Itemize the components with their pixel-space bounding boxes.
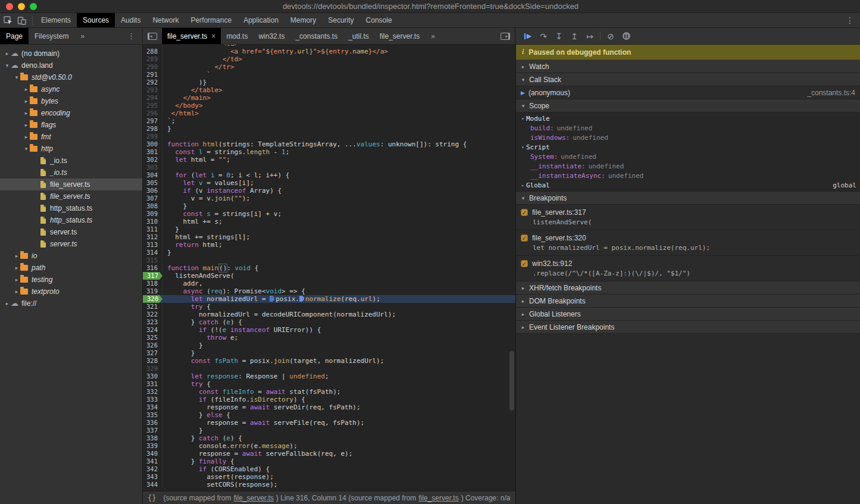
section-watch[interactable]: ▸ Watch <box>516 60 860 73</box>
scope-section-module[interactable]: ▾Module <box>516 114 860 123</box>
line-number-gutter[interactable]: 325 <box>143 334 162 342</box>
line-number-gutter[interactable]: 316 <box>143 264 162 272</box>
disclosure-arrow-icon[interactable]: ▸ <box>13 265 20 271</box>
navigator-more-tabs-icon[interactable]: » <box>74 28 90 44</box>
step-out-icon[interactable]: ↥ <box>567 29 582 44</box>
line-number-gutter[interactable]: 308 <box>143 202 162 210</box>
disclosure-arrow-icon[interactable]: ▸ <box>13 277 20 283</box>
panel-tab-console[interactable]: Console <box>360 13 398 27</box>
code-text[interactable]: } catch (e) { <box>162 318 515 326</box>
deactivate-breakpoints-icon[interactable]: ⊘ <box>603 29 618 44</box>
line-number-gutter[interactable]: 311 <box>143 226 162 233</box>
scope-variable-iswindows[interactable]: isWindows:undefined <box>516 133 860 142</box>
section-breakpoints[interactable]: ▾ Breakpoints <box>516 192 860 205</box>
breakpoint-gutter[interactable]: 320 <box>143 295 162 303</box>
line-number-gutter[interactable]: 330 <box>143 372 162 380</box>
code-text[interactable] <box>162 365 515 372</box>
line-number-gutter[interactable]: 344 <box>143 481 162 489</box>
code-text[interactable]: try { <box>162 303 515 311</box>
line-number-gutter[interactable]: 331 <box>143 380 162 388</box>
file-tab-file-server-ts[interactable]: file_server.ts <box>374 28 425 44</box>
code-text[interactable] <box>162 133 515 140</box>
line-number-gutter[interactable]: 291 <box>143 71 162 79</box>
code-text[interactable]: function html(strings: TemplateStringsAr… <box>162 140 515 148</box>
line-number-gutter[interactable]: 326 <box>143 342 162 349</box>
line-number-gutter[interactable]: 338 <box>143 434 162 442</box>
breakpoint-checkbox[interactable]: ✓ <box>521 209 528 216</box>
tree-item-path[interactable]: ▸path <box>0 262 142 274</box>
line-number-gutter[interactable]: 341 <box>143 458 162 465</box>
call-stack-frame[interactable]: ▶ (anonymous) _constants.ts:4 <box>516 86 860 99</box>
code-text[interactable]: const l = strings.length - 1; <box>162 148 515 156</box>
code-text[interactable]: )} <box>162 79 515 86</box>
line-number-gutter[interactable]: 298 <box>143 125 162 133</box>
line-number-gutter[interactable]: 321 <box>143 303 162 311</box>
line-number-gutter[interactable]: 292 <box>143 79 162 86</box>
tree-item-testing[interactable]: ▸testing <box>0 274 142 286</box>
line-number-gutter[interactable]: 293 <box>143 86 162 94</box>
tree-item-file-server-ts[interactable]: file_server.ts <box>0 190 142 202</box>
code-text[interactable]: if (fileInfo.isDirectory) { <box>162 396 515 403</box>
scope-variable-instantiate[interactable]: __instantiate:undefined <box>516 161 860 171</box>
disclosure-arrow-icon[interactable]: ▸ <box>23 122 30 128</box>
code-text[interactable]: let html = ""; <box>162 156 515 164</box>
code-text[interactable]: if (!(e instanceof URIError)) { <box>162 326 515 334</box>
disclosure-arrow-icon[interactable]: ▾ <box>23 146 30 152</box>
code-text[interactable]: addr, <box>162 280 515 287</box>
tree-item-io-ts[interactable]: _io.ts <box>0 167 142 179</box>
code-text[interactable]: html += strings[l]; <box>162 233 515 241</box>
code-text[interactable]: response = await serveFile(req, fsPath); <box>162 419 515 427</box>
code-text[interactable]: let v = values[i]; <box>162 179 515 187</box>
code-text[interactable]: } finally { <box>162 458 515 465</box>
tree-item-deno-land[interactable]: ▾☁deno.land <box>0 60 142 71</box>
line-number-gutter[interactable]: 289 <box>143 55 162 63</box>
code-text[interactable]: const fileInfo = await stat(fsPath); <box>162 388 515 396</box>
code-text[interactable]: return html; <box>162 241 515 249</box>
code-text[interactable]: async (req): Promise<void> => { <box>162 287 515 295</box>
code-text[interactable]: function main(): void { <box>162 264 515 272</box>
step-icon[interactable]: ↦ <box>582 29 598 44</box>
breakpoint-checkbox[interactable]: ✓ <box>521 234 528 242</box>
scope-variable-system[interactable]: System:undefined <box>516 152 860 161</box>
line-number-gutter[interactable]: 301 <box>143 148 162 156</box>
tree-item-std-v0-50-0[interactable]: ▾std@v0.50.0 <box>0 71 142 83</box>
more-options-icon[interactable]: ⋮ <box>840 13 860 27</box>
code-text[interactable]: `; <box>162 117 515 125</box>
line-number-gutter[interactable]: 314 <box>143 249 162 256</box>
code-text[interactable]: const s = strings[i] + v; <box>162 210 515 218</box>
panel-tab-network[interactable]: Network <box>146 13 184 27</box>
file-tab-mod-ts[interactable]: mod.ts <box>221 28 253 44</box>
line-number-gutter[interactable]: 313 <box>143 241 162 249</box>
disclosure-arrow-icon[interactable]: ▾ <box>13 74 20 80</box>
resume-script-icon[interactable]: ▶ <box>520 29 536 44</box>
line-number-gutter[interactable]: 307 <box>143 195 162 202</box>
code-text[interactable]: } <box>162 226 515 233</box>
code-text[interactable]: for (let i = 0; i < l; i++) { <box>162 171 515 179</box>
tree-item-textproto[interactable]: ▸textproto <box>0 286 142 298</box>
line-number-gutter[interactable]: 329 <box>143 365 162 372</box>
code-text[interactable]: } <box>162 427 515 434</box>
line-number-gutter[interactable]: 306 <box>143 187 162 195</box>
code-text[interactable]: </table> <box>162 86 515 94</box>
line-number-gutter[interactable]: 305 <box>143 179 162 187</box>
tree-item-file-server-ts[interactable]: file_server.ts <box>0 179 142 190</box>
file-tab-constants-ts[interactable]: _constants.ts <box>290 28 343 44</box>
code-text[interactable]: if (CORSEnabled) { <box>162 465 515 473</box>
pause-on-exceptions-icon[interactable] <box>618 29 634 44</box>
code-text[interactable]: } <box>162 342 515 349</box>
inline-breakpoint-marker[interactable] <box>299 296 304 302</box>
close-window-button[interactable] <box>6 3 13 10</box>
code-text[interactable]: </html> <box>162 109 515 117</box>
line-number-gutter[interactable]: 318 <box>143 280 162 287</box>
code-text[interactable]: assert(response); <box>162 473 515 481</box>
line-number-gutter[interactable]: 324 <box>143 326 162 334</box>
code-text[interactable]: console.error(e.message); <box>162 442 515 450</box>
breakpoint-gutter[interactable]: 317 <box>143 272 162 280</box>
code-text[interactable]: } <box>162 202 515 210</box>
show-debugger-icon[interactable]: ▸ <box>501 33 510 40</box>
pretty-print-icon[interactable]: {} <box>148 494 156 502</box>
breakpoint-entry-win32-ts-912[interactable]: ✓win32.ts:912.replace(/^\/*([A-Za-z]:)(\… <box>516 256 860 281</box>
code-text[interactable]: </body> <box>162 102 515 109</box>
line-number-gutter[interactable]: 328 <box>143 357 162 365</box>
inspect-element-icon[interactable] <box>4 16 12 25</box>
